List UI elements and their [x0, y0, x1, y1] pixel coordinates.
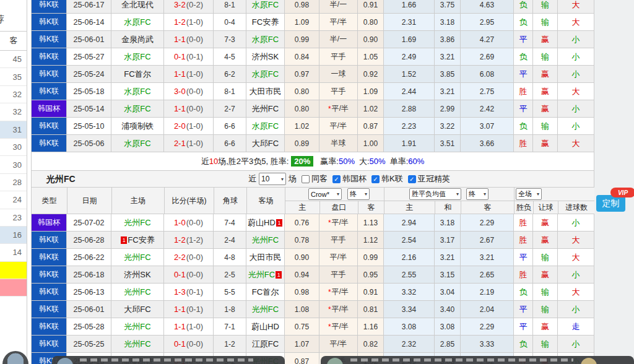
- halftime-score: (0-1): [186, 305, 203, 314]
- handicap: *平/半: [319, 284, 358, 301]
- halftime-score: (1-0): [186, 17, 203, 27]
- result-wdl: 负: [514, 118, 533, 135]
- corners: 4-8: [214, 249, 246, 266]
- halftime-score: (0-0): [186, 253, 203, 262]
- eu-away-odds: 3.21: [461, 249, 514, 266]
- result-handicap: 赢: [533, 318, 558, 336]
- score: 3-2(0-2): [164, 0, 214, 14]
- league-filter-checkboxes: 同客✓韩国杯✓韩K联✓亚冠精英: [297, 173, 450, 184]
- team-name: 济州SK: [252, 51, 279, 63]
- match-away-team: 光州FC1: [246, 266, 285, 284]
- eu-away-odds: 6.08: [461, 66, 514, 83]
- taskbar-window-preview[interactable]: [321, 356, 634, 364]
- bookmaker-select[interactable]: Crow*▾: [308, 188, 342, 200]
- corners: 1-8: [214, 301, 246, 318]
- eu-draw-odds: 2.85: [435, 336, 461, 353]
- euro-average-select[interactable]: 胜平负均值▾: [409, 188, 461, 200]
- team-name: 济州SK: [124, 269, 150, 280]
- halftime-score: (1-2): [186, 235, 203, 245]
- team-name: 水原FC: [252, 121, 279, 132]
- eu-away-odds: 4.27: [461, 31, 514, 48]
- period-select[interactable]: 全场▾: [516, 188, 542, 200]
- result-goals: 小: [558, 301, 594, 318]
- customize-button[interactable]: 定制: [596, 195, 625, 212]
- summary-single-value: 60%: [408, 157, 424, 166]
- halftime-score: (0-0): [186, 339, 203, 349]
- ah-away-odds: 0.81: [358, 301, 384, 318]
- ah-away-odds: 1.12: [358, 232, 384, 249]
- handicap-text: 平/半: [330, 121, 347, 131]
- corners: 0-4: [214, 14, 246, 31]
- team-name: 浦项制铁: [121, 121, 154, 132]
- team-name: 全北现代: [121, 0, 154, 11]
- section-team-name: 光州FC: [46, 174, 76, 185]
- result-handicap: 赢: [533, 232, 558, 249]
- taskbar-window-preview[interactable]: [52, 356, 285, 364]
- ah-away-odds: 0.91: [358, 284, 384, 301]
- eu-away-odds: 2.04: [461, 301, 514, 318]
- match-date: 25-06-01: [67, 301, 111, 318]
- handicap-text: 平手: [331, 86, 346, 97]
- eu-draw-odds: 3.21: [435, 48, 461, 66]
- ah-home-odds: 1.02: [285, 118, 319, 135]
- handicap: *平/半: [319, 318, 358, 336]
- result-goals: 小: [558, 214, 594, 232]
- result-wdl: 平: [514, 66, 533, 83]
- match-away-team: 济州SK: [246, 48, 285, 66]
- corners: 8-1: [214, 83, 246, 100]
- score: 0-1(0-0): [164, 336, 214, 353]
- match-date: 25-05-25: [67, 336, 111, 353]
- ah-away-odds: 0.82: [358, 336, 384, 353]
- odds-value: 30: [13, 160, 22, 170]
- match-date: 25-06-13: [67, 284, 111, 301]
- handicap: 平/半: [319, 118, 358, 135]
- right-gutter: [594, 0, 634, 364]
- result-wdl: 胜: [514, 214, 533, 232]
- match-row: 韩K联25-05-24FC首尔1-1(1-0)6-2水原FC0.97一球0.92…: [31, 66, 594, 83]
- team-name: 光州FC: [252, 103, 279, 115]
- checkbox-label: 韩国杯: [342, 173, 367, 184]
- fulltime-score: 1-1: [174, 322, 186, 331]
- fulltime-score: 1-1: [174, 104, 186, 113]
- halftime-score: (0-0): [186, 270, 203, 279]
- result-wdl: 负: [514, 48, 533, 66]
- team-name: FC安养: [252, 17, 279, 28]
- summary-big-value: 50%: [370, 157, 386, 166]
- handicap: 半球: [319, 135, 358, 152]
- result-handicap: 输: [533, 118, 558, 135]
- match-home-team: 光州FC: [111, 284, 164, 301]
- handicap: 平/半: [319, 14, 358, 31]
- eu-home-odds: 3.08: [384, 318, 435, 336]
- eu-home-odds: 1.91: [384, 135, 435, 152]
- handicap-text: 一球: [331, 69, 346, 79]
- corners: 5-5: [214, 284, 246, 301]
- checkbox-unchecked[interactable]: [302, 175, 310, 183]
- ah-home-odds: 1.07: [285, 336, 319, 353]
- euro-time-select[interactable]: 终▾: [466, 188, 489, 200]
- match-date: 25-05-24: [67, 66, 111, 83]
- highlight-pink-row: [0, 279, 27, 297]
- checkbox-checked[interactable]: ✓: [332, 175, 341, 183]
- score: 1-1(0-0): [164, 31, 214, 48]
- match-date: 25-06-14: [67, 14, 111, 31]
- result-handicap: 赢: [533, 266, 558, 284]
- recent-count-select[interactable]: 10▾: [259, 173, 286, 185]
- fulltime-score: 1-1: [174, 69, 186, 79]
- match-away-team: 光州FC: [246, 232, 285, 249]
- score: 1-2(1-2): [164, 232, 214, 249]
- match-row: 韩K联25-06-18济州SK0-1(0-0)2-5光州FC10.94平手0.9…: [31, 266, 594, 284]
- ah-home-odds: 1.08: [285, 301, 319, 318]
- result-wdl: 负: [514, 284, 533, 301]
- team-name: 大田市民: [250, 86, 282, 97]
- team-name: 光州FC: [124, 339, 150, 350]
- checkbox-checked[interactable]: ✓: [371, 175, 380, 183]
- result-wdl: 胜: [514, 135, 533, 152]
- eu-draw-odds: 3.15: [435, 266, 461, 284]
- sub-col-eu-draw: 和: [435, 201, 461, 214]
- eu-away-odds: 2.95: [461, 14, 514, 31]
- league-badge: 韩K联: [31, 284, 67, 301]
- eu-away-odds: 3.66: [461, 135, 514, 152]
- ah-time-select[interactable]: 终▾: [347, 188, 370, 200]
- checkbox-checked[interactable]: ✓: [408, 175, 416, 183]
- odds-value: 28: [13, 178, 22, 187]
